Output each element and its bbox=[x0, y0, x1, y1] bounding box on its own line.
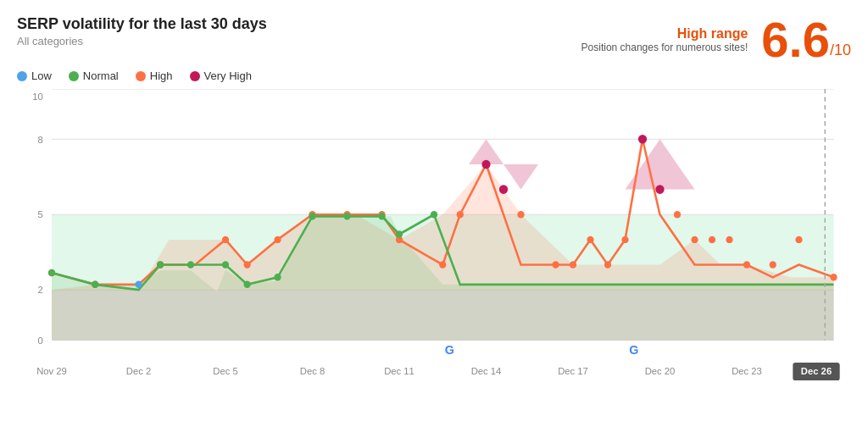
dot-orange-7a bbox=[517, 211, 524, 218]
dot-green-2 bbox=[157, 261, 164, 268]
dot-orange-9c bbox=[726, 236, 732, 243]
y-label-0: 0 bbox=[37, 335, 42, 346]
dot-orange-4 bbox=[274, 236, 281, 243]
dot-orange-8a bbox=[604, 261, 611, 268]
score-display: 6.6 /10 bbox=[761, 15, 851, 64]
dot-veryhigh-2 bbox=[499, 185, 508, 194]
chart-svg: 0 2 5 8 10 bbox=[17, 89, 851, 394]
dot-orange-7b bbox=[552, 261, 559, 268]
dot-orange-6b bbox=[457, 211, 464, 218]
legend-label-normal: Normal bbox=[83, 69, 119, 82]
dot-blue-1 bbox=[135, 281, 142, 288]
score-denom: /10 bbox=[830, 42, 851, 59]
x-label-5: Dec 14 bbox=[471, 366, 502, 376]
x-label-9: Dec 26 bbox=[801, 366, 832, 376]
y-label-8: 8 bbox=[37, 134, 42, 144]
score-label: High range Position changes for numerous… bbox=[581, 26, 748, 53]
header: SERP volatility for the last 30 days All… bbox=[17, 15, 851, 64]
dot-green-6 bbox=[274, 274, 281, 280]
legend-dot-very-high bbox=[190, 71, 200, 81]
dot-orange-9e bbox=[770, 261, 776, 268]
x-label-1: Dec 2 bbox=[126, 366, 151, 376]
dot-green-9 bbox=[378, 213, 385, 219]
dot-veryhigh-3 bbox=[638, 135, 647, 144]
title-section: SERP volatility for the last 30 days All… bbox=[17, 15, 267, 47]
dot-orange-8b bbox=[621, 236, 628, 243]
x-label-2: Dec 5 bbox=[213, 366, 237, 376]
score-number: 6.6 bbox=[761, 15, 830, 64]
google-g-1: G bbox=[445, 343, 454, 357]
dot-green-0 bbox=[48, 269, 55, 276]
legend-item-low: Low bbox=[17, 69, 52, 82]
x-label-0: Nov 29 bbox=[36, 366, 67, 376]
dot-green-5 bbox=[244, 281, 251, 288]
dot-green-7 bbox=[309, 213, 315, 219]
dot-orange-8 bbox=[587, 236, 593, 243]
x-label-6: Dec 17 bbox=[558, 366, 588, 376]
dot-green-3 bbox=[187, 261, 194, 268]
dot-green-8 bbox=[343, 213, 350, 219]
dot-green-10 bbox=[396, 230, 403, 237]
y-label-2: 2 bbox=[37, 285, 42, 295]
x-label-4: Dec 11 bbox=[384, 366, 415, 376]
dot-veryhigh-1 bbox=[481, 160, 490, 169]
main-container: SERP volatility for the last 30 days All… bbox=[0, 0, 868, 438]
legend-dot-low bbox=[17, 71, 27, 81]
dot-veryhigh-4 bbox=[655, 185, 664, 194]
legend-item-high: High bbox=[136, 69, 173, 82]
dot-orange-9d bbox=[743, 261, 750, 268]
legend-label-low: Low bbox=[31, 69, 52, 82]
dot-orange-6a bbox=[439, 261, 446, 268]
dot-orange-3 bbox=[222, 236, 229, 243]
dot-green-11 bbox=[431, 211, 437, 218]
subtitle: All categories bbox=[17, 35, 267, 47]
legend-label-very-high: Very High bbox=[204, 69, 252, 82]
legend-item-normal: Normal bbox=[69, 69, 119, 82]
legend: Low Normal High Very High bbox=[17, 69, 851, 82]
main-title: SERP volatility for the last 30 days bbox=[17, 15, 267, 33]
x-label-7: Dec 20 bbox=[645, 366, 676, 376]
score-section: High range Position changes for numerous… bbox=[581, 15, 851, 64]
x-label-3: Dec 8 bbox=[300, 366, 325, 376]
legend-dot-normal bbox=[69, 71, 79, 81]
dot-orange-10 bbox=[830, 274, 837, 280]
score-range: High range bbox=[581, 26, 748, 42]
dot-orange-3a bbox=[244, 261, 251, 268]
chart-area: 0 2 5 8 10 bbox=[17, 89, 851, 394]
y-label-10: 10 bbox=[32, 91, 43, 102]
dot-green-4 bbox=[222, 261, 229, 268]
dot-orange-9b bbox=[709, 236, 715, 243]
google-g-2: G bbox=[629, 343, 638, 357]
dot-orange-9 bbox=[674, 211, 681, 218]
dot-orange-9f bbox=[795, 236, 802, 243]
score-desc: Position changes for numerous sites! bbox=[581, 42, 748, 53]
y-label-5: 5 bbox=[37, 209, 42, 219]
legend-dot-high bbox=[136, 71, 146, 81]
dot-green-1 bbox=[92, 281, 98, 288]
dot-orange-9a bbox=[691, 236, 698, 243]
legend-item-very-high: Very High bbox=[190, 69, 252, 82]
dot-orange-7c bbox=[570, 261, 576, 268]
x-label-8: Dec 23 bbox=[732, 366, 762, 376]
legend-label-high: High bbox=[150, 69, 173, 82]
